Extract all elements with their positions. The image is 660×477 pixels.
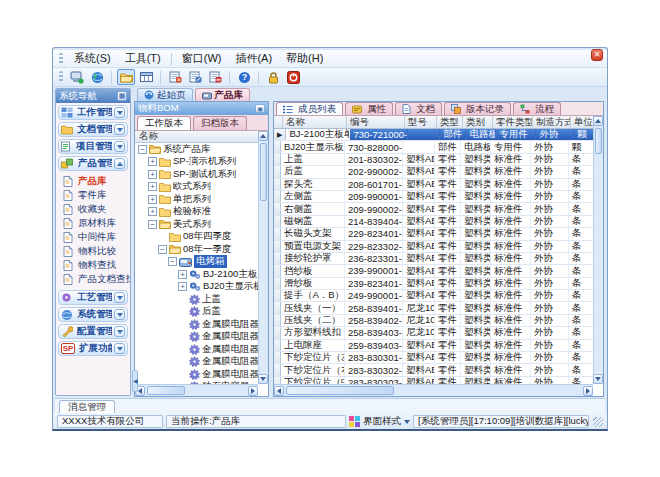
table-row[interactable]: 预置电源支架229-823302-00E塑料ABS零件塑料类标准件外协条 (274, 241, 593, 253)
cell[interactable]: 条 (569, 203, 593, 214)
tree-expander[interactable]: + (178, 270, 187, 279)
help-icon[interactable]: ? (235, 69, 253, 85)
cell[interactable]: 方形塑料线扣 (281, 327, 345, 338)
cell[interactable]: 下纱定位片（中） (281, 377, 345, 384)
tree-item[interactable]: −电烤箱 (135, 256, 258, 269)
chevron-down-icon[interactable] (114, 326, 125, 337)
cell[interactable]: 尼龙1010 (403, 315, 435, 326)
tree-item[interactable]: 后盖 (135, 306, 258, 319)
tree-item[interactable]: 金属膜电阻器 (135, 331, 258, 344)
cell[interactable]: 零件 (435, 265, 461, 276)
cell[interactable]: 标准件 (491, 352, 531, 363)
tree-item[interactable]: 上盖 (135, 293, 258, 306)
sidebar-item-6[interactable]: 物料查找 (56, 258, 130, 272)
cell[interactable]: 201-830302-00E (345, 154, 403, 165)
table-row[interactable]: 后盖202-990002-01E塑料ABS零件塑料类标准件外协条 (274, 166, 593, 178)
tree-item[interactable]: +SP-演示机系列 (135, 156, 258, 169)
cell[interactable]: 塑料ABS (403, 179, 435, 190)
scroll-down-icon[interactable] (258, 374, 268, 384)
tree-expander[interactable]: − (158, 245, 167, 254)
cell[interactable]: 730-828000-04E (345, 141, 403, 152)
cell[interactable]: 下纱定位片（右） (281, 364, 345, 375)
doc-edit-icon[interactable] (186, 69, 204, 85)
cell[interactable]: 压线夹（一） (281, 302, 345, 313)
cell[interactable]: 258-839403-00E (345, 327, 403, 338)
cell[interactable]: 标准件 (491, 265, 531, 276)
cell[interactable]: 条 (569, 241, 593, 252)
cell[interactable]: 条 (569, 302, 593, 313)
cell[interactable]: 探头壳 (281, 179, 345, 190)
cell[interactable]: BJ-2100主板单点 (286, 129, 350, 140)
cell[interactable]: 提手（A．B） (281, 290, 345, 301)
scroll-right-icon[interactable] (583, 386, 593, 396)
member-tab-2[interactable]: 文档 (395, 102, 442, 115)
table-row[interactable]: 上盖201-830302-00E塑料ABS零件塑料类标准件外协条 (274, 154, 593, 166)
cell[interactable]: 长磁头支架 (281, 228, 345, 239)
cell[interactable]: 202-990002-01E (345, 166, 403, 177)
cell[interactable]: 压线夹（二） (281, 315, 345, 326)
nav-group-7[interactable]: SP扩展功能 (58, 341, 128, 356)
cell[interactable]: 标准件 (491, 228, 531, 239)
cell[interactable]: 塑料ABS (403, 253, 435, 264)
cell[interactable]: 零件 (435, 352, 461, 363)
cell[interactable]: 接纱轮护罩 (281, 253, 345, 264)
cell[interactable]: 零件 (435, 191, 461, 202)
cell[interactable]: 条 (569, 228, 593, 239)
cell[interactable]: 标准件 (491, 302, 531, 313)
table-row[interactable]: 磁钢盖214-839404-01E塑料ABS零件塑料类标准件外协条 (274, 216, 593, 228)
cell[interactable]: 条 (569, 290, 593, 301)
sidebar-item-2[interactable]: 收藏夹 (56, 202, 130, 216)
cell[interactable]: 条 (569, 315, 593, 326)
menu-tools[interactable]: 工具(T) (118, 50, 168, 67)
splitter-collapse-button[interactable]: ◀ (132, 370, 138, 392)
tree-item[interactable]: 金属膜电阻器 (135, 318, 258, 331)
table-row[interactable]: 探头壳208-601701-01E塑料ABS零件塑料类标准件外协条 (274, 179, 593, 191)
cell[interactable]: 塑料ABS (403, 265, 435, 276)
tree-item[interactable]: +BJ-2100主板单点 (135, 268, 258, 281)
tree-item[interactable]: −美式系列 (135, 218, 258, 231)
scroll-thumb[interactable] (286, 386, 394, 395)
cell[interactable]: 外协 (531, 377, 569, 384)
cell[interactable]: 条 (569, 154, 593, 165)
column-header[interactable]: 制造方式 (533, 116, 571, 128)
menu-help[interactable]: 帮助(H) (279, 50, 330, 67)
cell[interactable]: 零件 (435, 166, 461, 177)
cell[interactable]: 258-839402-00E (345, 315, 403, 326)
cell[interactable]: 外协 (531, 166, 569, 177)
tree-item[interactable]: 金属膜电阻器 (135, 356, 258, 369)
cell[interactable]: 塑料ABS (403, 154, 435, 165)
cell[interactable]: 塑料类 (461, 216, 491, 227)
cell[interactable]: 零件 (435, 302, 461, 313)
tree-item[interactable]: 金属膜电阻器 (135, 368, 258, 381)
table-row[interactable]: 压线夹（一）258-839401-00E尼龙1010零件塑料类标准件外协条 (274, 302, 593, 314)
cell[interactable]: 塑料ABS (403, 364, 435, 375)
cell[interactable]: 挡纱板 (281, 265, 345, 276)
cell[interactable]: 塑料类 (461, 302, 491, 313)
cell[interactable]: 塑料ABS (403, 241, 435, 252)
cell[interactable]: 条 (569, 377, 593, 384)
grid-horizontal-scrollbar[interactable] (274, 384, 593, 396)
scroll-down-icon[interactable] (593, 374, 603, 384)
column-header[interactable]: 零件类型 (493, 116, 533, 128)
cell[interactable]: 零件 (435, 154, 461, 165)
member-tab-4[interactable]: 流程 (513, 102, 561, 115)
cell[interactable]: 249-990001-01E (345, 290, 403, 301)
cell[interactable]: 条 (569, 191, 593, 202)
cell[interactable]: 磁钢盖 (281, 216, 345, 227)
tab-message-management[interactable]: 消息管理 (59, 400, 115, 413)
doc-new-icon[interactable] (166, 69, 184, 85)
table-row[interactable]: 滑纱板239-823401-00E塑料ABS零件塑料类标准件外协条 (274, 278, 593, 290)
scroll-up-icon[interactable] (258, 131, 268, 141)
cell[interactable]: 标准件 (491, 179, 531, 190)
cell[interactable]: 外协 (531, 154, 569, 165)
cell[interactable]: 外协 (531, 364, 569, 375)
cell[interactable]: 259-839403-00E (345, 340, 403, 351)
column-header[interactable]: 类别 (463, 116, 493, 128)
cell[interactable]: 条 (569, 352, 593, 363)
cell[interactable]: 外协 (531, 352, 569, 363)
cell[interactable]: 条 (569, 253, 593, 264)
cell[interactable]: 塑料类 (461, 179, 491, 190)
cell[interactable]: 塑料ABS (403, 203, 435, 214)
cell[interactable]: 零件 (435, 241, 461, 252)
cell[interactable]: 零件 (435, 278, 461, 289)
